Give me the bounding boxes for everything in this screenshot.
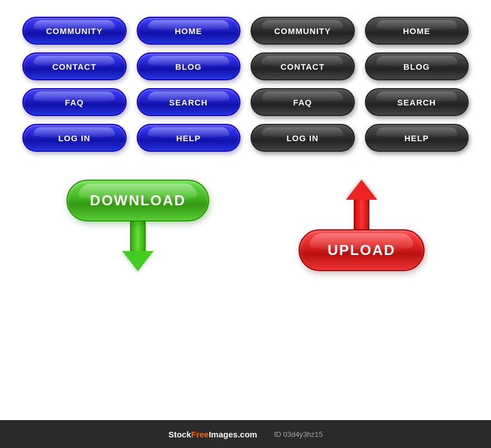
dark-search-button[interactable]: SEARCH bbox=[365, 88, 469, 116]
download-upload-section: DOWNLOAD UPLOAD bbox=[22, 180, 469, 271]
blue-faq-button[interactable]: FAQ bbox=[22, 88, 127, 116]
dark-contact-button[interactable]: CONTACT bbox=[251, 52, 355, 80]
arrow-shaft-up bbox=[354, 200, 369, 230]
arrow-head-up bbox=[346, 180, 377, 200]
arrow-shaft-down bbox=[130, 220, 146, 251]
blue-help-button[interactable]: HELP bbox=[137, 124, 241, 152]
footer-bar: StockFreeImages.com ID 03d4y3hz15 bbox=[0, 420, 491, 448]
footer-stock: Stock bbox=[169, 430, 191, 439]
blue-login-button[interactable]: LOG IN bbox=[22, 124, 127, 152]
download-arrow bbox=[122, 220, 153, 271]
dark-home-button[interactable]: HOME bbox=[365, 17, 469, 45]
download-button[interactable]: DOWNLOAD bbox=[66, 180, 209, 221]
main-content: COMMUNITY HOME COMMUNITY HOME CONTACT BL… bbox=[0, 0, 491, 420]
blue-contact-button[interactable]: CONTACT bbox=[22, 52, 127, 80]
upload-arrow bbox=[346, 180, 377, 230]
footer-free: Free bbox=[191, 430, 209, 439]
upload-label: UPLOAD bbox=[328, 242, 396, 259]
dark-blog-button[interactable]: BLOG bbox=[365, 52, 469, 80]
dark-faq-button[interactable]: FAQ bbox=[251, 88, 355, 116]
blue-blog-button[interactable]: BLOG bbox=[137, 52, 241, 80]
arrow-head-down bbox=[122, 251, 153, 271]
blue-search-button[interactable]: SEARCH bbox=[137, 88, 241, 116]
dark-help-button[interactable]: HELP bbox=[365, 124, 469, 152]
upload-wrapper: UPLOAD bbox=[299, 180, 425, 271]
footer-id: ID 03d4y3hz15 bbox=[274, 430, 322, 439]
blue-community-button[interactable]: COMMUNITY bbox=[22, 17, 127, 45]
footer-text: StockFreeImages.com bbox=[169, 430, 257, 439]
dark-login-button[interactable]: LOG IN bbox=[251, 124, 355, 152]
download-wrapper: DOWNLOAD bbox=[66, 180, 209, 271]
download-label: DOWNLOAD bbox=[90, 192, 186, 209]
footer-images: Images.com bbox=[209, 430, 257, 439]
blue-home-button[interactable]: HOME bbox=[137, 17, 241, 45]
upload-button[interactable]: UPLOAD bbox=[299, 229, 425, 271]
button-grid: COMMUNITY HOME COMMUNITY HOME CONTACT BL… bbox=[22, 17, 469, 152]
dark-community-button[interactable]: COMMUNITY bbox=[251, 17, 355, 45]
